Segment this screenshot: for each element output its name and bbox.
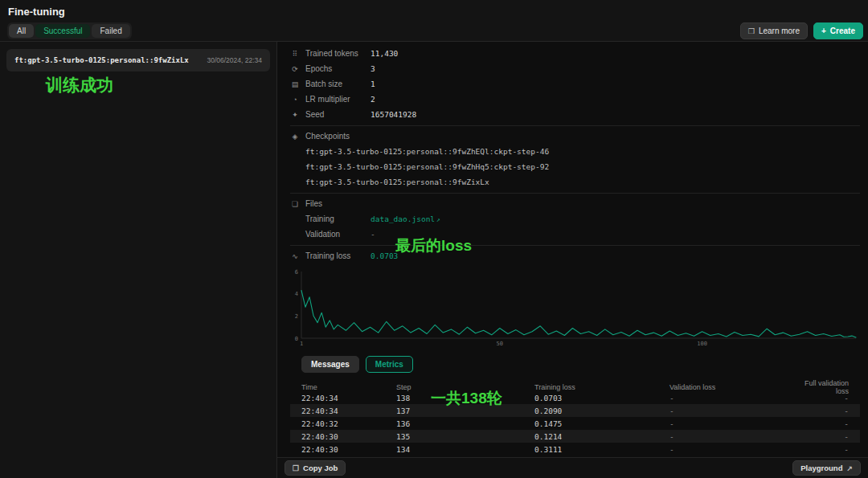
checkpoints-header: ◈ Checkpoints bbox=[290, 129, 860, 144]
create-button[interactable]: + Create bbox=[813, 22, 863, 39]
cell-full-validation-loss: - bbox=[798, 445, 849, 454]
cell-time: 22:40:30 bbox=[301, 445, 396, 454]
tab-metrics[interactable]: Metrics bbox=[366, 356, 413, 373]
svg-text:100: 100 bbox=[697, 341, 707, 347]
metrics-table-body: 22:40:34 138 0.0703 - - 22:40:34 137 0.2… bbox=[290, 391, 860, 456]
checkpoint-name: ft:gpt-3.5-turbo-0125:personal::9fwZixLx bbox=[305, 174, 860, 190]
plus-icon: + bbox=[821, 27, 826, 35]
playground-label: Playground bbox=[800, 464, 842, 472]
training-loss-value: 0.0703 bbox=[371, 251, 398, 260]
detail-tabs: Messages Metrics bbox=[301, 356, 860, 373]
col-header-step: Step bbox=[396, 383, 534, 391]
playground-button[interactable]: Playground ↗ bbox=[792, 460, 861, 476]
copy-job-button[interactable]: ❐ Copy Job bbox=[285, 460, 346, 476]
cell-time: 22:40:32 bbox=[301, 419, 396, 428]
validation-file-value: - bbox=[371, 230, 375, 239]
cell-training-loss: 0.3111 bbox=[534, 445, 669, 454]
files-section: ❏ Files Training data_dao.jsonl↗ Validat… bbox=[290, 193, 860, 242]
checkpoint-name: ft:gpt-3.5-turbo-0125:personal::9fwZhHq5… bbox=[305, 159, 860, 174]
files-label: Files bbox=[305, 199, 371, 208]
cell-validation-loss: - bbox=[669, 432, 798, 441]
training-loss-chart[interactable]: 0246150100 bbox=[290, 267, 860, 349]
cell-step: 135 bbox=[396, 432, 534, 441]
svg-text:1: 1 bbox=[300, 341, 303, 347]
cell-full-validation-loss: - bbox=[798, 419, 849, 428]
detail-value: 1657041928 bbox=[371, 110, 416, 119]
svg-text:2: 2 bbox=[295, 313, 298, 320]
cell-training-loss: 0.1214 bbox=[534, 432, 669, 441]
svg-text:0: 0 bbox=[295, 336, 298, 342]
svg-text:4: 4 bbox=[295, 291, 298, 297]
cell-time: 22:40:34 bbox=[301, 407, 396, 415]
detail-label: Batch size bbox=[305, 80, 371, 88]
cell-time: 22:40:34 bbox=[301, 394, 396, 402]
learn-more-button[interactable]: ❒ Learn more bbox=[740, 22, 808, 39]
table-row: 22:40:34 138 0.0703 - - bbox=[290, 391, 860, 404]
detail-footer: ❐ Copy Job Playground ↗ bbox=[277, 457, 868, 478]
job-list-item-selected[interactable]: ft:gpt-3.5-turbo-0125:personal::9fwZixLx… bbox=[6, 49, 270, 71]
job-date: 30/06/2024, 22:34 bbox=[207, 56, 262, 64]
cell-training-loss: 0.1475 bbox=[534, 419, 669, 428]
seed-icon: ✦ bbox=[290, 111, 300, 119]
checkpoints-section: ◈ Checkpoints ft:gpt-3.5-turbo-0125:pers… bbox=[290, 125, 860, 190]
training-loss-label: Training loss bbox=[305, 251, 371, 260]
metrics-table-header: Time Step Training loss Validation loss … bbox=[290, 379, 860, 391]
detail-value: 2 bbox=[371, 95, 375, 104]
create-label: Create bbox=[830, 27, 855, 35]
checkpoint-name: ft:gpt-3.5-turbo-0125:personal::9fwZhEQl… bbox=[305, 144, 860, 159]
checkpoints-label: Checkpoints bbox=[305, 132, 371, 141]
cell-full-validation-loss: - bbox=[798, 432, 849, 441]
detail-row-trained-tokens: ⠿ Trained tokens 11,430 bbox=[290, 46, 860, 61]
metrics-table: Time Step Training loss Validation loss … bbox=[290, 379, 860, 456]
cell-step: 136 bbox=[396, 419, 534, 428]
table-row: 22:40:30 135 0.1214 - - bbox=[290, 430, 860, 443]
copy-icon: ❐ bbox=[293, 464, 299, 472]
filter-successful[interactable]: Successful bbox=[35, 24, 90, 38]
training-file-link[interactable]: data_dao.jsonl↗ bbox=[371, 214, 440, 223]
cell-validation-loss: - bbox=[669, 407, 798, 415]
batch-icon: ▤ bbox=[290, 80, 300, 88]
filter-all[interactable]: All bbox=[9, 24, 34, 38]
cell-full-validation-loss: - bbox=[798, 394, 849, 402]
svg-text:6: 6 bbox=[295, 269, 298, 276]
job-details-panel: ⠿ Trained tokens 11,430 ⟳ Epochs 3 ▤ Bat… bbox=[277, 42, 868, 478]
book-icon: ❒ bbox=[748, 27, 755, 35]
files-header: ❏ Files bbox=[290, 196, 860, 211]
job-name: ft:gpt-3.5-turbo-0125:personal::9fwZixLx bbox=[14, 56, 189, 64]
detail-label: Seed bbox=[305, 110, 371, 119]
col-header-training-loss: Training loss bbox=[534, 383, 669, 391]
validation-file-label: Validation bbox=[305, 230, 371, 239]
detail-row-seed: ✦ Seed 1657041928 bbox=[290, 107, 860, 122]
validation-file-row: Validation - bbox=[305, 227, 860, 242]
table-row: 22:40:30 134 0.3111 - - bbox=[290, 443, 860, 456]
copy-job-label: Copy Job bbox=[303, 464, 338, 472]
page-title: Fine-tuning bbox=[8, 6, 65, 18]
tokens-icon: ⠿ bbox=[290, 50, 300, 58]
training-loss-section: ∿ Training loss 0.0703 0246150100 bbox=[290, 245, 860, 349]
detail-label: LR multiplier bbox=[305, 95, 371, 104]
col-header-validation-loss: Validation loss bbox=[669, 383, 798, 391]
learn-more-label: Learn more bbox=[759, 27, 800, 35]
epochs-icon: ⟳ bbox=[290, 65, 300, 73]
header: Fine-tuning All Successful Failed ❒ Lear… bbox=[0, 0, 868, 42]
jobs-sidebar: ft:gpt-3.5-turbo-0125:personal::9fwZixLx… bbox=[0, 42, 277, 478]
training-file-label: Training bbox=[305, 214, 371, 223]
detail-row-lr-multiplier: ◔ LR multiplier 2 bbox=[290, 92, 860, 107]
filter-failed[interactable]: Failed bbox=[92, 24, 129, 38]
training-loss-row: ∿ Training loss 0.0703 bbox=[290, 248, 860, 264]
detail-label: Trained tokens bbox=[305, 49, 371, 58]
loss-chart-svg: 0246150100 bbox=[290, 267, 860, 349]
detail-label: Epochs bbox=[305, 64, 371, 73]
cell-training-loss: 0.2090 bbox=[534, 407, 669, 415]
hyperparameters-section: ⠿ Trained tokens 11,430 ⟳ Epochs 3 ▤ Bat… bbox=[290, 46, 860, 122]
cell-validation-loss: - bbox=[669, 394, 798, 402]
detail-row-batch-size: ▤ Batch size 1 bbox=[290, 76, 860, 92]
checkpoint-icon: ◈ bbox=[290, 133, 300, 141]
gauge-icon: ◔ bbox=[290, 96, 300, 104]
cell-full-validation-loss: - bbox=[798, 407, 849, 415]
cell-training-loss: 0.0703 bbox=[534, 394, 669, 402]
tab-messages[interactable]: Messages bbox=[301, 356, 359, 373]
header-actions: ❒ Learn more + Create bbox=[740, 22, 863, 39]
cell-step: 138 bbox=[396, 394, 534, 402]
wave-icon: ∿ bbox=[290, 252, 300, 260]
